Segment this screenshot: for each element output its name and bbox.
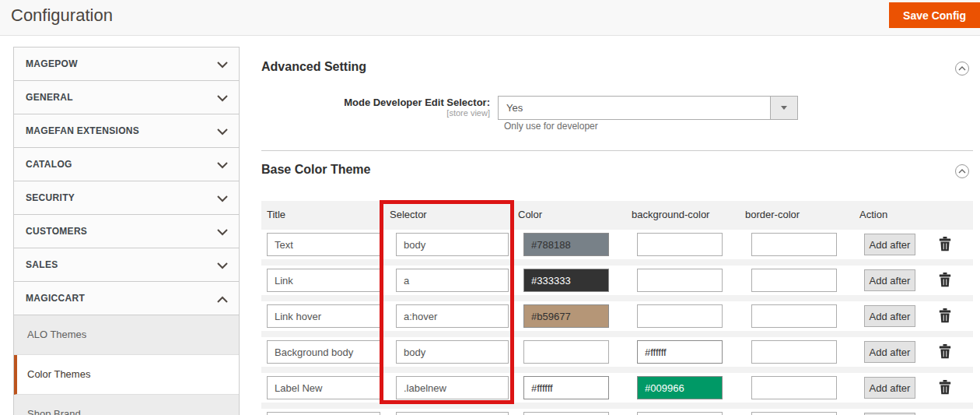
selector-input[interactable] xyxy=(396,233,509,256)
sidebar-section-sales[interactable]: SALES xyxy=(14,248,239,282)
sidebar-section-magiccart[interactable]: MAGICCART xyxy=(14,282,239,315)
color-picker-icon[interactable] xyxy=(726,274,738,287)
column-header-color: Color xyxy=(518,209,542,220)
mode-developer-note: Only use for developer xyxy=(504,121,598,132)
select-arrow-icon xyxy=(770,97,797,119)
color-input[interactable] xyxy=(523,304,609,328)
table-row: Add after xyxy=(261,373,973,403)
title-input[interactable] xyxy=(267,376,380,399)
magiccart-subnav: ALO Themes Color Themes Shop Brand xyxy=(14,315,239,415)
collapse-advanced-icon[interactable] xyxy=(955,62,969,76)
color-picker-icon[interactable] xyxy=(840,238,852,251)
column-header-border-color: border-color xyxy=(745,209,800,220)
color-input[interactable] xyxy=(523,269,609,292)
delete-icon[interactable] xyxy=(939,344,951,359)
color-input[interactable] xyxy=(523,376,609,399)
subitem-label: ALO Themes xyxy=(27,329,86,340)
color-picker-icon[interactable] xyxy=(613,274,625,287)
color-picker-icon[interactable] xyxy=(726,238,738,251)
border-color-input[interactable] xyxy=(751,233,837,256)
add-after-button[interactable]: Add after xyxy=(864,269,915,291)
color-picker-icon[interactable] xyxy=(840,310,852,322)
subitem-label: Shop Brand xyxy=(27,408,81,415)
selector-input[interactable] xyxy=(396,376,509,399)
configuration-page: Configuration Save Config MAGEPOW GENERA… xyxy=(0,0,980,415)
title-input[interactable] xyxy=(267,269,380,292)
color-picker-icon[interactable] xyxy=(613,382,625,394)
section-label: MAGEPOW xyxy=(26,58,78,69)
color-picker-icon[interactable] xyxy=(613,346,625,358)
background-color-input[interactable] xyxy=(637,412,723,415)
column-header-title: Title xyxy=(267,209,285,220)
color-input[interactable] xyxy=(523,340,609,364)
section-label: MAGICCART xyxy=(26,293,85,304)
border-color-input[interactable] xyxy=(751,412,837,415)
sidebar-item-shop-brand[interactable]: Shop Brand xyxy=(14,395,239,415)
color-picker-icon[interactable] xyxy=(726,382,738,394)
selector-input[interactable] xyxy=(396,412,509,415)
color-picker-icon[interactable] xyxy=(613,310,625,322)
table-row: Add after xyxy=(261,266,973,295)
border-color-input[interactable] xyxy=(751,376,837,399)
subitem-label: Color Themes xyxy=(27,368,90,380)
background-color-input[interactable] xyxy=(637,340,723,364)
save-config-button[interactable]: Save Config xyxy=(889,2,980,28)
color-picker-icon[interactable] xyxy=(840,382,852,394)
collapse-theme-icon[interactable] xyxy=(955,164,969,178)
background-color-input[interactable] xyxy=(637,233,723,256)
selector-input[interactable] xyxy=(396,340,509,364)
color-input[interactable] xyxy=(523,412,609,415)
color-picker-icon[interactable] xyxy=(840,274,852,287)
border-color-input[interactable] xyxy=(751,340,837,364)
selector-input[interactable] xyxy=(396,269,509,292)
add-after-button[interactable]: Add after xyxy=(864,234,915,255)
sidebar-section-security[interactable]: SECURITY xyxy=(14,181,239,215)
delete-icon[interactable] xyxy=(939,380,951,395)
color-picker-icon[interactable] xyxy=(726,310,738,322)
sidebar-section-catalog[interactable]: CATALOG xyxy=(14,148,239,181)
sidebar-section-general[interactable]: GENERAL xyxy=(14,81,239,114)
color-input[interactable] xyxy=(523,233,609,256)
border-color-input[interactable] xyxy=(751,269,837,292)
border-color-input[interactable] xyxy=(751,304,837,328)
color-picker-icon[interactable] xyxy=(613,238,625,251)
background-color-input[interactable] xyxy=(637,304,723,328)
section-label: SALES xyxy=(26,259,58,270)
mode-developer-select[interactable]: Yes xyxy=(498,96,798,120)
selector-input[interactable] xyxy=(396,304,509,328)
title-input[interactable] xyxy=(267,304,380,328)
color-picker-icon[interactable] xyxy=(840,346,852,358)
store-view-scope-label: [store view] xyxy=(261,108,490,118)
title-input[interactable] xyxy=(267,233,380,256)
sidebar-item-color-themes[interactable]: Color Themes xyxy=(14,355,239,395)
add-after-button[interactable]: Add after xyxy=(864,377,915,399)
main-content: Advanced Setting Mode Developer Edit Sel… xyxy=(261,47,973,415)
chevron-up-icon xyxy=(217,296,228,303)
add-after-button[interactable]: Add after xyxy=(864,341,915,363)
theme-rows: Add after Add after xyxy=(261,227,973,415)
sidebar-section-customers[interactable]: CUSTOMERS xyxy=(14,215,239,248)
column-header-background-color: background-color xyxy=(632,209,709,220)
delete-icon[interactable] xyxy=(939,308,951,323)
sidebar-section-magefan-extensions[interactable]: MAGEFAN EXTENSIONS xyxy=(14,114,239,148)
background-color-input[interactable] xyxy=(637,269,723,292)
page-header: Configuration Save Config xyxy=(0,0,980,36)
sidebar-item-alo-themes[interactable]: ALO Themes xyxy=(14,315,239,355)
background-color-input[interactable] xyxy=(637,376,723,399)
table-row: Add after xyxy=(261,230,973,259)
table-row: Add after xyxy=(261,301,973,331)
chevron-down-icon xyxy=(217,95,228,102)
title-input[interactable] xyxy=(267,412,380,415)
color-picker-icon[interactable] xyxy=(726,346,738,358)
chevron-down-icon xyxy=(217,195,228,202)
sidebar-section-magepow[interactable]: MAGEPOW xyxy=(14,47,239,81)
advanced-setting-heading: Advanced Setting xyxy=(261,60,366,74)
base-color-theme-heading: Base Color Theme xyxy=(261,163,370,177)
base-color-theme-table: Title Selector Color background-color bo… xyxy=(261,201,973,415)
delete-icon[interactable] xyxy=(939,237,951,251)
mode-developer-label-wrap: Mode Developer Edit Selector: [store vie… xyxy=(261,97,490,118)
add-after-button[interactable]: Add after xyxy=(864,305,915,327)
section-label: GENERAL xyxy=(26,92,73,103)
title-input[interactable] xyxy=(267,340,380,364)
delete-icon[interactable] xyxy=(939,273,951,287)
